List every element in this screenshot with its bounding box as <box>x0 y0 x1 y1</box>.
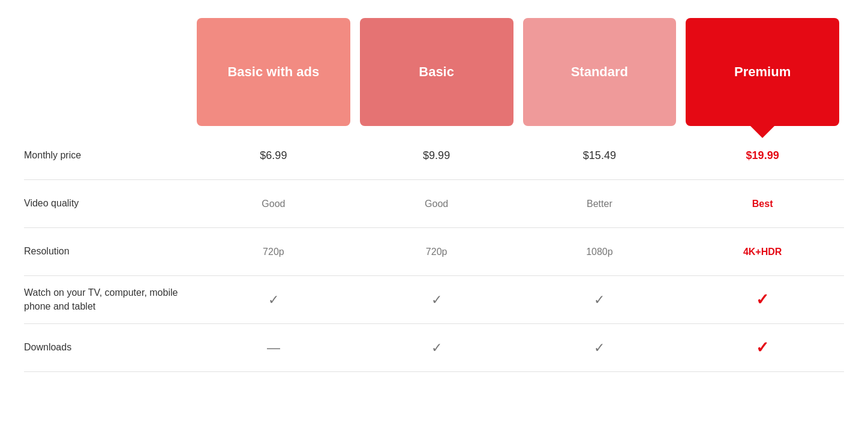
plan-card-premium[interactable]: Premium <box>686 18 839 126</box>
value-video_quality-basic-ads: Good <box>192 199 355 209</box>
value-resolution-premium: 4K+HDR <box>681 247 844 257</box>
plan-name-basic: Basic <box>419 64 454 81</box>
text-video_quality-standard: Better <box>587 199 612 209</box>
text-resolution-basic: 720p <box>426 247 447 257</box>
plan-card-basic-ads[interactable]: Basic with ads <box>197 18 350 126</box>
value-downloads-basic: ✓ <box>355 340 518 356</box>
plan-card-standard[interactable]: Standard <box>523 18 677 126</box>
plan-name-premium: Premium <box>734 64 791 81</box>
row-downloads: Downloads—✓✓✓ <box>24 324 844 372</box>
value-watch_devices-basic: ✓ <box>355 292 518 308</box>
check-icon: ✓ <box>594 340 605 356</box>
label-video_quality: Video quality <box>24 197 192 210</box>
check-icon: ✓ <box>431 340 442 356</box>
value-resolution-basic: 720p <box>355 247 518 257</box>
value-watch_devices-premium: ✓ <box>681 290 844 309</box>
label-resolution: Resolution <box>24 245 192 258</box>
value-downloads-premium: ✓ <box>681 338 844 357</box>
value-resolution-basic-ads: 720p <box>192 247 355 257</box>
pricing-table: Basic with adsBasicStandardPremium Month… <box>24 18 844 372</box>
label-monthly_price: Monthly price <box>24 149 192 162</box>
value-watch_devices-basic-ads: ✓ <box>192 292 355 308</box>
text-video_quality-basic-ads: Good <box>262 199 285 209</box>
value-video_quality-premium: Best <box>681 199 844 209</box>
value-monthly_price-premium: $19.99 <box>681 149 844 162</box>
value-monthly_price-basic: $9.99 <box>355 149 518 162</box>
row-watch_devices: Watch on your TV, computer, mobile phone… <box>24 276 844 324</box>
label-downloads: Downloads <box>24 341 192 354</box>
value-video_quality-standard: Better <box>518 199 681 209</box>
text-resolution-premium: 4K+HDR <box>743 247 782 257</box>
dash-icon: — <box>267 340 280 356</box>
text-monthly_price-standard: $15.49 <box>583 149 616 161</box>
data-rows-container: Monthly price$6.99$9.99$15.49$19.99Video… <box>24 132 844 372</box>
value-downloads-standard: ✓ <box>518 340 681 356</box>
value-downloads-basic-ads: — <box>192 340 355 356</box>
value-resolution-standard: 1080p <box>518 247 681 257</box>
plan-header-row: Basic with adsBasicStandardPremium <box>24 18 844 126</box>
text-video_quality-basic: Good <box>425 199 448 209</box>
value-monthly_price-basic-ads: $6.99 <box>192 149 355 162</box>
text-video_quality-premium: Best <box>752 199 773 209</box>
plan-name-standard: Standard <box>571 64 628 81</box>
text-resolution-standard: 1080p <box>586 247 613 257</box>
check-icon: ✓ <box>594 292 605 308</box>
text-resolution-basic-ads: 720p <box>263 247 284 257</box>
text-monthly_price-basic: $9.99 <box>423 149 450 161</box>
plan-name-basic-ads: Basic with ads <box>227 64 319 81</box>
check-icon: ✓ <box>268 292 279 308</box>
premium-check-icon: ✓ <box>756 290 769 309</box>
value-watch_devices-standard: ✓ <box>518 292 681 308</box>
row-video_quality: Video qualityGoodGoodBetterBest <box>24 180 844 228</box>
value-monthly_price-standard: $15.49 <box>518 149 681 162</box>
row-monthly_price: Monthly price$6.99$9.99$15.49$19.99 <box>24 132 844 180</box>
text-monthly_price-premium: $19.99 <box>746 149 779 161</box>
value-video_quality-basic: Good <box>355 199 518 209</box>
premium-check-icon: ✓ <box>756 338 769 357</box>
text-monthly_price-basic-ads: $6.99 <box>260 149 287 161</box>
label-watch_devices: Watch on your TV, computer, mobile phone… <box>24 286 192 313</box>
plan-card-basic[interactable]: Basic <box>360 18 513 126</box>
check-icon: ✓ <box>431 292 442 308</box>
row-resolution: Resolution720p720p1080p4K+HDR <box>24 228 844 276</box>
